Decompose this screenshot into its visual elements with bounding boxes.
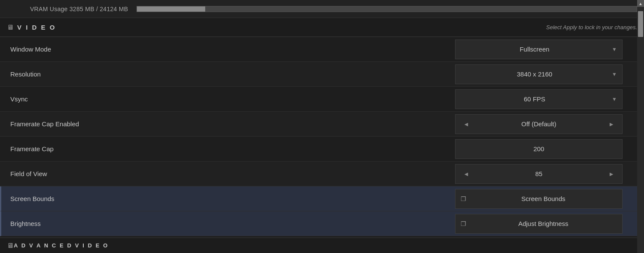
scrollbar-thumb[interactable] bbox=[638, 11, 643, 37]
scrollbar-up-arrow[interactable]: ▲ bbox=[637, 0, 644, 7]
setting-control-resolution[interactable]: 3840 x 2160▼ bbox=[455, 64, 623, 84]
settings-list: Window ModeFullscreen▼Resolution3840 x 2… bbox=[0, 37, 644, 238]
setting-label-framerate-cap-enabled: Framerate Cap Enabled bbox=[0, 120, 455, 128]
setting-control-brightness[interactable]: ❐Adjust Brightness bbox=[455, 214, 623, 234]
advanced-section-title: A D V A N C E D V I D E O bbox=[14, 242, 109, 249]
dropdown-arrow-vsync: ▼ bbox=[612, 96, 617, 102]
setting-row-framerate-cap: Framerate Cap200 bbox=[0, 137, 644, 162]
setting-control-framerate-cap[interactable]: 200 bbox=[455, 139, 623, 159]
right-arrow-framerate-cap-enabled[interactable]: ► bbox=[606, 119, 617, 129]
setting-row-vsync: Vsync60 FPS▼ bbox=[0, 87, 644, 112]
left-arrow-field-of-view[interactable]: ◄ bbox=[461, 169, 472, 179]
left-arrow-framerate-cap-enabled[interactable]: ◄ bbox=[461, 119, 472, 129]
right-arrow-field-of-view[interactable]: ► bbox=[606, 169, 617, 179]
setting-value-field-of-view: 85 bbox=[472, 170, 606, 177]
setting-row-screen-bounds: Screen Bounds❐Screen Bounds bbox=[0, 186, 644, 211]
video-section-header: 🖥 V I D E O Select Apply to lock in your… bbox=[0, 18, 644, 37]
dropdown-arrow-resolution: ▼ bbox=[612, 71, 617, 77]
setting-row-resolution: Resolution3840 x 2160▼ bbox=[0, 62, 644, 87]
setting-label-vsync: Vsync bbox=[0, 95, 455, 103]
vram-progress-fill bbox=[137, 6, 205, 12]
vram-bar: VRAM Usage 3285 MB / 24124 MB bbox=[0, 0, 644, 18]
setting-row-window-mode: Window ModeFullscreen▼ bbox=[0, 37, 644, 62]
setting-row-framerate-cap-enabled: Framerate Cap Enabled◄Off (Default)► bbox=[0, 112, 644, 137]
setting-label-window-mode: Window Mode bbox=[0, 46, 455, 53]
setting-value-brightness: Adjust Brightness bbox=[470, 220, 617, 227]
monitor-icon: 🖥 bbox=[7, 24, 14, 31]
setting-label-framerate-cap: Framerate Cap bbox=[0, 145, 455, 152]
setting-control-framerate-cap-enabled[interactable]: ◄Off (Default)► bbox=[455, 114, 623, 134]
section-header-left: 🖥 V I D E O bbox=[7, 24, 56, 31]
setting-control-screen-bounds[interactable]: ❐Screen Bounds bbox=[455, 189, 623, 209]
setting-value-vsync: 60 FPS bbox=[461, 95, 608, 103]
setting-label-brightness: Brightness bbox=[1, 220, 455, 227]
vram-progress-bar bbox=[137, 6, 637, 12]
copy-icon-screen-bounds: ❐ bbox=[461, 195, 466, 202]
setting-label-resolution: Resolution bbox=[0, 70, 455, 78]
dropdown-arrow-window-mode: ▼ bbox=[612, 46, 617, 52]
setting-label-field-of-view: Field of View bbox=[0, 170, 455, 177]
section-hint: Select Apply to lock in your changes. bbox=[546, 24, 637, 30]
setting-row-brightness: Brightness❐Adjust Brightness bbox=[0, 211, 644, 236]
advanced-video-section-header: 🖥 A D V A N C E D V I D E O bbox=[0, 238, 644, 253]
setting-control-window-mode[interactable]: Fullscreen▼ bbox=[455, 40, 623, 59]
vram-label: VRAM Usage 3285 MB / 24124 MB bbox=[30, 6, 128, 12]
setting-value-screen-bounds: Screen Bounds bbox=[470, 195, 617, 202]
setting-control-field-of-view[interactable]: ◄85► bbox=[455, 164, 623, 184]
setting-value-framerate-cap: 200 bbox=[461, 145, 617, 152]
advanced-monitor-icon: 🖥 bbox=[7, 242, 14, 250]
setting-value-resolution: 3840 x 2160 bbox=[461, 70, 608, 78]
setting-row-field-of-view: Field of View◄85► bbox=[0, 162, 644, 186]
copy-icon-brightness: ❐ bbox=[461, 220, 466, 227]
video-section-title: V I D E O bbox=[17, 24, 56, 31]
setting-control-vsync[interactable]: 60 FPS▼ bbox=[455, 89, 623, 109]
setting-value-framerate-cap-enabled: Off (Default) bbox=[472, 120, 606, 128]
setting-label-screen-bounds: Screen Bounds bbox=[1, 195, 455, 202]
setting-value-window-mode: Fullscreen bbox=[461, 46, 608, 53]
settings-panel: VRAM Usage 3285 MB / 24124 MB 🖥 V I D E … bbox=[0, 0, 644, 253]
scrollbar[interactable]: ▲ bbox=[637, 0, 644, 253]
